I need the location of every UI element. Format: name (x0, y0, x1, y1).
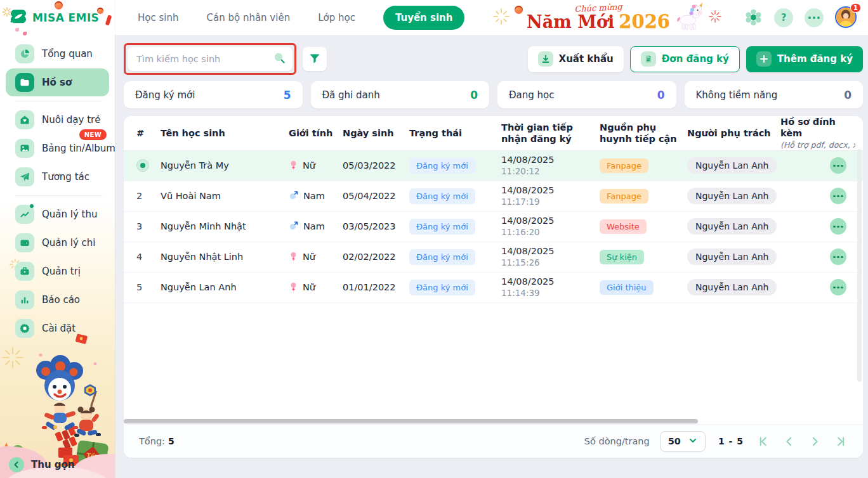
sidebar-item-administration[interactable]: Quản trị (6, 257, 109, 285)
export-button[interactable]: Xuất khẩu (528, 46, 624, 72)
prev-page-button[interactable] (784, 436, 794, 447)
status-badge: Đăng ký mới (409, 280, 475, 295)
sidebar-item-reports[interactable]: Báo cáo (6, 286, 109, 314)
column-header: Thời gian tiếp nhận đăng ký (501, 122, 600, 145)
stat-card-enrolled[interactable]: Đã ghi danh0 (311, 81, 490, 108)
radio-selected-icon[interactable] (136, 159, 149, 172)
actions-cell (780, 157, 863, 174)
add-register-button[interactable]: Thêm đăng ký (746, 46, 863, 72)
sidebar-item-label: Hồ sơ (42, 77, 72, 88)
folder-icon (15, 73, 34, 92)
sidebar-item-interaction[interactable]: Tương tác (6, 163, 109, 191)
column-header: Trạng thái (409, 127, 501, 139)
first-page-button[interactable] (758, 436, 768, 447)
stat-label: Không tiềm năng (696, 89, 778, 101)
source-badge: Sự kiện (600, 250, 644, 264)
brand-name: MISA EMIS (32, 11, 99, 24)
search-icon[interactable] (273, 51, 286, 67)
rows-per-page-value: 50 (668, 436, 681, 446)
student-row[interactable]: 4Nguyễn Nhật LinhNữ02/02/2022Đăng ký mới… (124, 242, 863, 273)
sidebar-item-records[interactable]: Hồ sơ (6, 68, 109, 96)
stat-card-not-potential[interactable]: Không tiềm năng0 (685, 81, 864, 108)
student-name: Nguyễn Lan Anh (161, 282, 289, 292)
sidebar-item-label: Quản lý chi (42, 237, 96, 249)
assignee-pill: Nguyễn Lan Anh (687, 188, 777, 204)
horizontal-scrollbar[interactable] (124, 419, 698, 423)
received-cell: 14/08/202511:17:19 (501, 185, 600, 207)
next-page-button[interactable] (810, 436, 820, 447)
tab-students[interactable]: Học sinh (138, 12, 178, 23)
student-row[interactable]: Nguyễn Trà MyNữ05/03/2022Đăng ký mới14/0… (124, 151, 863, 181)
row-actions-button[interactable] (830, 157, 846, 174)
last-page-button[interactable] (836, 436, 846, 447)
toolbar: Xuất khẩu Đơn đăng ký Thêm đăng ký (124, 43, 863, 75)
actions-cell (780, 279, 863, 295)
student-row[interactable]: 5Nguyễn Lan AnhNữ01/01/2022Đăng ký mới14… (124, 273, 863, 303)
table-header: #Tên học sinhGiới tínhNgày sinhTrạng thá… (124, 116, 863, 151)
help-icon[interactable]: ? (774, 8, 793, 27)
lantern-icon (515, 6, 523, 14)
status-cell: Đăng ký mới (409, 188, 501, 204)
rows-per-page-label: Số dòng/trang (584, 436, 650, 446)
user-avatar[interactable]: 1 (835, 6, 859, 29)
row-actions-button[interactable] (830, 249, 846, 265)
stat-card-studying[interactable]: Đang học0 (497, 81, 676, 108)
row-actions-button[interactable] (830, 218, 846, 235)
sidebar-item-label: Tổng quan (42, 48, 93, 60)
tab-admissions[interactable]: Tuyển sinh (383, 6, 465, 30)
tab-staff[interactable]: Cán bộ nhân viên (206, 12, 290, 23)
sidebar-collapse-button[interactable]: Thu gọn (9, 457, 75, 472)
more-icon[interactable] (805, 8, 824, 27)
search-input[interactable] (136, 54, 273, 64)
sidebar-item-revenue[interactable]: Quản lý thu (6, 200, 109, 228)
row-actions-button[interactable] (830, 279, 846, 295)
row-index (136, 159, 161, 172)
male-icon (289, 221, 299, 233)
brand-logo[interactable]: MISA EMIS (0, 0, 115, 36)
table-body: Nguyễn Trà MyNữ05/03/2022Đăng ký mới14/0… (124, 151, 863, 424)
lantern-icon (55, 1, 63, 10)
student-row[interactable]: 2Vũ Hoài NamNam05/04/2022Đăng ký mới14/0… (124, 181, 863, 212)
table-footer: Tổng:5 Số dòng/trang 50 1 - 5 (124, 424, 863, 458)
stat-card-new-registration[interactable]: Đăng ký mới5 (124, 81, 303, 108)
tab-classes[interactable]: Lớp học (318, 12, 355, 23)
unicorn-icon (674, 3, 704, 32)
female-icon (289, 251, 298, 263)
assignee-cell: Nguyễn Lan Anh (687, 218, 780, 235)
firework-icon (492, 7, 511, 28)
date-of-birth: 03/05/2023 (343, 221, 409, 231)
column-header: Tên học sinh (161, 127, 289, 139)
sidebar-item-overview[interactable]: Tổng quan (6, 40, 109, 68)
register-form-button[interactable]: Đơn đăng ký (630, 46, 740, 72)
date-of-birth: 01/01/2022 (343, 282, 409, 292)
student-search-box (128, 47, 293, 71)
settings-gear-icon[interactable] (744, 8, 763, 27)
firecracker-icon (105, 15, 112, 25)
sidebar-item-expense[interactable]: Quản lý chi (6, 229, 109, 257)
vertical-scrollbar[interactable] (857, 149, 862, 382)
stat-label: Đăng ký mới (135, 89, 195, 101)
home-heart-icon (15, 110, 34, 129)
student-name: Nguyễn Nhật Linh (161, 252, 289, 262)
column-header: Hồ sơ đính kèm(Hỗ trợ pdf, docx, xlsx (780, 116, 863, 150)
student-row[interactable]: 3Nguyễn Minh NhậtNam03/05/2023Đăng ký mớ… (124, 212, 863, 242)
help-glyph: ? (781, 12, 787, 23)
received-cell: 14/08/202511:20:12 (501, 155, 600, 176)
row-actions-button[interactable] (830, 188, 846, 204)
status-badge: Đăng ký mới (409, 219, 475, 235)
received-cell: 14/08/202511:16:20 (501, 216, 600, 237)
status-badge: Đăng ký mới (409, 249, 475, 265)
received-date: 14/08/2025 (501, 155, 593, 165)
sidebar-menu: Tổng quanHồ sơNuôi dạy trẻBảng tin/Album… (0, 36, 115, 342)
rows-per-page-select[interactable]: 50 (660, 431, 706, 452)
bar-chart-icon (15, 290, 34, 309)
greeting-title: Năm Mới (527, 13, 614, 30)
assignee-pill: Nguyễn Lan Anh (687, 279, 777, 295)
filter-button[interactable] (303, 47, 327, 71)
firework-icon (708, 10, 722, 25)
notification-badge: 1 (850, 3, 861, 13)
source-cell: Website (600, 219, 687, 234)
sidebar-item-settings[interactable]: Cài đặt (6, 314, 109, 342)
sidebar-item-news-album[interactable]: Bảng tin/AlbumNEW (6, 134, 109, 162)
stat-label: Đang học (509, 89, 555, 101)
